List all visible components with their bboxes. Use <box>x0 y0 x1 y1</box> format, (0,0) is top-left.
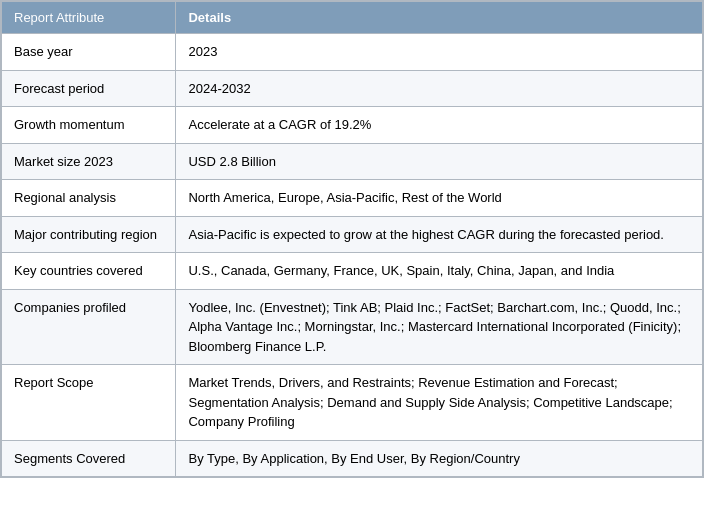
attribute-cell: Major contributing region <box>2 216 176 253</box>
details-cell: Asia-Pacific is expected to grow at the … <box>176 216 703 253</box>
attribute-cell: Forecast period <box>2 70 176 107</box>
table-row: Regional analysisNorth America, Europe, … <box>2 180 703 217</box>
details-cell: By Type, By Application, By End User, By… <box>176 440 703 477</box>
details-cell: USD 2.8 Billion <box>176 143 703 180</box>
table-row: Market size 2023USD 2.8 Billion <box>2 143 703 180</box>
details-cell: 2024-2032 <box>176 70 703 107</box>
attribute-cell: Companies profiled <box>2 289 176 365</box>
attribute-cell: Regional analysis <box>2 180 176 217</box>
table-row: Forecast period2024-2032 <box>2 70 703 107</box>
details-cell: Yodlee, Inc. (Envestnet); Tink AB; Plaid… <box>176 289 703 365</box>
attribute-cell: Base year <box>2 34 176 71</box>
details-cell: U.S., Canada, Germany, France, UK, Spain… <box>176 253 703 290</box>
attribute-cell: Market size 2023 <box>2 143 176 180</box>
attribute-cell: Growth momentum <box>2 107 176 144</box>
attribute-cell: Report Scope <box>2 365 176 441</box>
table-row: Growth momentumAccelerate at a CAGR of 1… <box>2 107 703 144</box>
attribute-cell: Key countries covered <box>2 253 176 290</box>
attribute-cell: Segments Covered <box>2 440 176 477</box>
table-row: Report ScopeMarket Trends, Drivers, and … <box>2 365 703 441</box>
table-row: Segments CoveredBy Type, By Application,… <box>2 440 703 477</box>
table-row: Key countries coveredU.S., Canada, Germa… <box>2 253 703 290</box>
details-cell: 2023 <box>176 34 703 71</box>
report-table: Report Attribute Details Base year2023Fo… <box>0 0 704 478</box>
table-row: Base year2023 <box>2 34 703 71</box>
details-cell: North America, Europe, Asia-Pacific, Res… <box>176 180 703 217</box>
header-attribute: Report Attribute <box>2 2 176 34</box>
details-cell: Market Trends, Drivers, and Restraints; … <box>176 365 703 441</box>
table-row: Major contributing regionAsia-Pacific is… <box>2 216 703 253</box>
table-row: Companies profiledYodlee, Inc. (Envestne… <box>2 289 703 365</box>
header-details: Details <box>176 2 703 34</box>
details-cell: Accelerate at a CAGR of 19.2% <box>176 107 703 144</box>
